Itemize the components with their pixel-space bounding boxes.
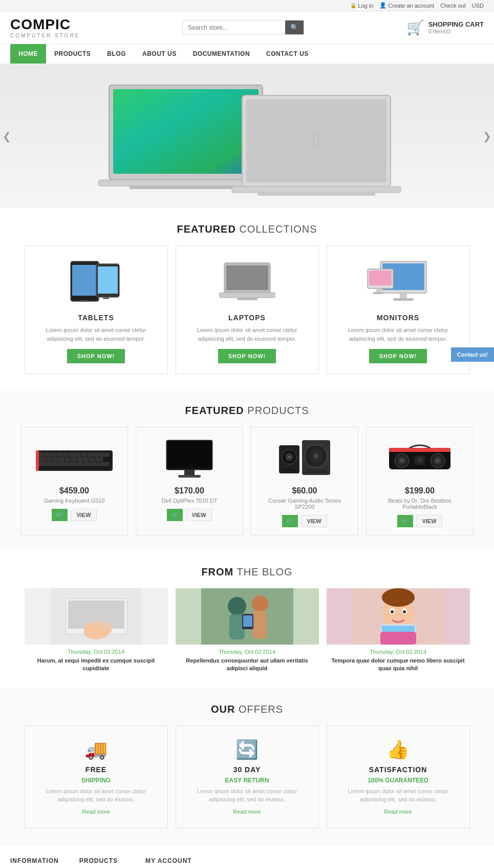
create-account-link[interactable]: 👤 Create an account bbox=[379, 2, 434, 9]
collections-grid: TABLETS Lorem ipsum dolor sit amet conse… bbox=[10, 245, 484, 374]
speakers-view[interactable]: VIEW bbox=[301, 515, 327, 527]
blog-title: FROM THE BLOG bbox=[10, 566, 484, 578]
nav-item-home[interactable]: HOME bbox=[10, 44, 46, 64]
beatbox-view[interactable]: VIEW bbox=[416, 515, 442, 527]
blog-text-2: Tempora quae dolor cumque nemo libero su… bbox=[327, 657, 470, 673]
nav-item-blog[interactable]: BLOG bbox=[99, 44, 134, 64]
nav-link-contact[interactable]: CONTACT US bbox=[258, 44, 317, 64]
svg-rect-54 bbox=[97, 462, 109, 466]
offer-sub-1: EASY RETURN bbox=[186, 777, 308, 784]
product-card-speakers: $60.00 Corsair Gaming Audio Series SP220… bbox=[251, 427, 358, 535]
create-account-text[interactable]: Create an account bbox=[388, 3, 434, 9]
cart-area[interactable]: 🛒 SHOPPING CART 0 Item(s) bbox=[406, 19, 484, 36]
login-link[interactable]: 🔒 Log in bbox=[350, 3, 373, 9]
laptops-image bbox=[184, 256, 311, 307]
svg-rect-24 bbox=[369, 271, 392, 285]
svg-rect-88 bbox=[108, 624, 112, 633]
monitor-name: Dell OptiPlex 7010 DT bbox=[144, 498, 235, 504]
svg-point-105 bbox=[382, 588, 415, 607]
monitor-image bbox=[144, 435, 235, 481]
speakers-name: Corsair Gaming Audio Series SP2200 bbox=[259, 498, 350, 510]
svg-point-79 bbox=[417, 458, 422, 463]
beatbox-add-cart[interactable]: 🛒 bbox=[397, 515, 413, 527]
monitor-add-cart[interactable]: 🛒 bbox=[167, 509, 183, 521]
logo: COMPIC COMPUTER STORE bbox=[10, 16, 80, 38]
nav-item-contact[interactable]: CONTACT US bbox=[258, 44, 317, 64]
tablets-shop-button[interactable]: SHOP NOW! bbox=[67, 349, 125, 363]
svg-rect-32 bbox=[57, 453, 62, 457]
beatbox-actions: 🛒 VIEW bbox=[374, 515, 465, 527]
speakers-price: $60.00 bbox=[259, 486, 350, 495]
footer-col-products: PRODUCTS Apple CPUs Hard Drives Keyboard… bbox=[79, 857, 125, 868]
search-area: 🔍 bbox=[182, 20, 304, 35]
svg-rect-104 bbox=[380, 632, 416, 645]
nav-link-home[interactable]: HOME bbox=[10, 44, 46, 64]
svg-rect-95 bbox=[243, 615, 252, 627]
keyboard-add-cart[interactable]: 🛒 bbox=[52, 509, 68, 521]
svg-rect-93 bbox=[252, 611, 267, 639]
person-icon: 👤 bbox=[379, 2, 386, 9]
offer-readmore-1[interactable]: Read more bbox=[233, 809, 261, 815]
search-button[interactable]: 🔍 bbox=[285, 20, 304, 34]
svg-rect-16 bbox=[226, 265, 268, 290]
collection-card-monitors: MONITORS Lorem ipsum dolor sit amet cons… bbox=[327, 245, 470, 374]
beatbox-price: $199.00 bbox=[374, 486, 465, 495]
keyboard-actions: 🛒 VIEW bbox=[29, 509, 120, 521]
svg-rect-51 bbox=[78, 462, 83, 466]
svg-rect-43 bbox=[59, 458, 64, 461]
search-input[interactable] bbox=[183, 21, 285, 34]
laptops-shop-button[interactable]: SHOP NOW! bbox=[218, 349, 276, 363]
nav-link-blog[interactable]: BLOG bbox=[99, 44, 134, 64]
header: COMPIC COMPUTER STORE 🔍 🛒 SHOPPING CART … bbox=[0, 11, 494, 44]
nav-link-products[interactable]: PRODUCTS bbox=[46, 44, 99, 64]
keyboard-price: $459.00 bbox=[29, 486, 120, 495]
svg-rect-29 bbox=[38, 453, 44, 457]
offer-desc-2: Lorem ipsum dolor sit amet conse ctetur … bbox=[337, 787, 459, 804]
svg-rect-17 bbox=[219, 293, 275, 298]
speakers-add-cart[interactable]: 🛒 bbox=[282, 515, 298, 527]
blog-card-0: Thursday, Oct 02 2014 Harum, at sequi im… bbox=[25, 588, 168, 673]
collection-card-laptops: LAPTOPS Lorem ipsum dolor sit amet conse… bbox=[176, 245, 319, 374]
hero-next-arrow[interactable]: ❯ bbox=[483, 130, 491, 142]
svg-rect-84 bbox=[85, 623, 89, 633]
tablets-desc: Lorem ipsum dolor sit amet conse ctetur … bbox=[33, 326, 160, 343]
return-icon: 🔄 bbox=[186, 739, 308, 760]
offer-title-1: 30 DAY bbox=[186, 766, 308, 774]
nav-link-documentation[interactable]: DOCUMENTATION bbox=[185, 44, 258, 64]
keyboard-view[interactable]: VIEW bbox=[71, 509, 96, 521]
blog-text-1: Repellendus consequuntur aut ullam verit… bbox=[176, 657, 319, 673]
svg-rect-40 bbox=[38, 458, 46, 461]
svg-rect-31 bbox=[51, 453, 56, 457]
svg-rect-7 bbox=[232, 187, 401, 193]
svg-rect-35 bbox=[75, 453, 80, 457]
nav-item-about[interactable]: ABOUT US bbox=[134, 44, 185, 64]
currency-selector[interactable]: USD bbox=[472, 3, 484, 9]
svg-rect-36 bbox=[81, 453, 87, 457]
svg-rect-13 bbox=[98, 266, 118, 294]
svg-rect-14 bbox=[103, 298, 109, 299]
svg-rect-45 bbox=[71, 458, 76, 461]
offer-readmore-2[interactable]: Read more bbox=[384, 809, 412, 815]
hero-prev-arrow[interactable]: ❮ bbox=[3, 130, 11, 142]
nav-link-about[interactable]: ABOUT US bbox=[134, 44, 185, 64]
login-text[interactable]: Log in bbox=[358, 3, 373, 9]
nav-item-documentation[interactable]: DOCUMENTATION bbox=[185, 44, 258, 64]
svg-rect-46 bbox=[77, 458, 82, 461]
nav-item-products[interactable]: PRODUCTS bbox=[46, 44, 99, 64]
contact-us-tab[interactable]: Contact us! bbox=[451, 347, 495, 362]
offer-desc-1: Lorem ipsum dolor sit amet conse ctetur … bbox=[186, 787, 308, 804]
tablets-title: TABLETS bbox=[33, 314, 160, 322]
svg-rect-25 bbox=[376, 288, 380, 292]
monitors-shop-button[interactable]: SHOP NOW! bbox=[369, 349, 427, 363]
svg-rect-55 bbox=[36, 450, 39, 471]
collections-title: FEATURED COLLECTIONS bbox=[10, 223, 484, 235]
laptops-desc: Lorem ipsum dolor sit amet conse ctetur … bbox=[184, 326, 311, 343]
svg-rect-48 bbox=[90, 458, 95, 461]
offer-readmore-0[interactable]: Read more bbox=[82, 809, 110, 815]
monitor-view[interactable]: VIEW bbox=[186, 509, 211, 521]
svg-rect-85 bbox=[91, 622, 95, 633]
checkout-link[interactable]: Check out bbox=[440, 3, 466, 9]
cart-icon: 🛒 bbox=[406, 19, 424, 36]
svg-rect-10 bbox=[72, 265, 97, 296]
blog-image-2 bbox=[327, 588, 470, 645]
